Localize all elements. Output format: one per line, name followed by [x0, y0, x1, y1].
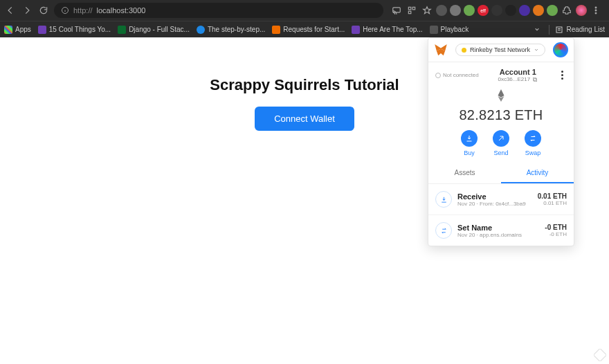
- metamask-header: Rinkeby Test Network: [428, 38, 574, 62]
- tabs: Assets Activity: [428, 163, 574, 184]
- tx-amount-secondary: -0 ETH: [545, 231, 567, 237]
- svg-rect-15: [534, 78, 537, 81]
- network-indicator-icon: [462, 48, 466, 53]
- svg-rect-5: [412, 7, 415, 10]
- swap-button[interactable]: Swap: [525, 130, 541, 156]
- tx-sub: Nov 20 · app.ens.domains: [457, 232, 539, 238]
- tx-amount: 0.01 ETH: [538, 192, 567, 200]
- ext-icon-7[interactable]: [519, 5, 530, 16]
- balance: 82.8213 ETH: [428, 103, 574, 130]
- forward-button[interactable]: [21, 4, 33, 17]
- extension-strip: eff: [388, 4, 605, 17]
- bookmark-4[interactable]: Requests for Start...: [272, 26, 345, 34]
- svg-rect-4: [408, 7, 411, 10]
- ext-icon-metamask[interactable]: [533, 5, 544, 16]
- account-avatar[interactable]: [553, 42, 568, 57]
- arrow-up-right-icon: [497, 134, 505, 143]
- tx-row-1[interactable]: Set Name Nov 20 · app.ens.domains -0 ETH…: [428, 215, 574, 246]
- tx-sub: Nov 20 · From: 0x4cf...3ba9: [457, 201, 532, 207]
- bookmark-6[interactable]: Playback: [430, 26, 469, 34]
- bookmark-3[interactable]: The step-by-step...: [197, 26, 265, 34]
- connection-status[interactable]: Not connected: [435, 72, 479, 78]
- svg-rect-6: [408, 11, 411, 14]
- kebab-menu-icon[interactable]: [590, 4, 602, 17]
- browser-toolbar: http://localhost:3000 eff: [0, 0, 609, 21]
- account-address[interactable]: 0xc36...E217: [479, 76, 557, 82]
- metamask-fox-icon: [434, 43, 448, 57]
- bookmark-2[interactable]: Django - Full Stac...: [118, 26, 190, 34]
- ext-icon-5[interactable]: [491, 5, 502, 16]
- profile-avatar[interactable]: [576, 5, 587, 16]
- account-name[interactable]: Account 1: [479, 68, 557, 76]
- tx-title: Set Name: [457, 224, 539, 232]
- bookmarks-overflow-icon[interactable]: [531, 24, 543, 36]
- browser-chrome: http://localhost:3000 eff Apps 15 Cool T…: [0, 0, 609, 37]
- bookmark-1[interactable]: 15 Cool Things Yo...: [38, 26, 111, 34]
- tx-title: Receive: [457, 192, 532, 201]
- metamask-popup: Rinkeby Test Network Not connected Accou…: [428, 37, 574, 246]
- account-row: Not connected Account 1 0xc36...E217: [428, 62, 574, 85]
- network-name: Rinkeby Test Network: [470, 46, 530, 53]
- eth-icon: [428, 89, 574, 103]
- url-text: localhost:3000: [97, 6, 146, 15]
- corner-watermark-icon: [594, 349, 606, 361]
- svg-point-9: [595, 12, 597, 14]
- reload-button[interactable]: [37, 4, 50, 17]
- bookmark-star-icon[interactable]: [421, 4, 433, 17]
- connect-wallet-button[interactable]: Connect Wallet: [255, 107, 354, 131]
- setname-icon: [435, 222, 452, 239]
- page-content: Scrappy Squirrels Tutorial Connect Walle…: [0, 37, 609, 364]
- download-icon: [465, 134, 473, 143]
- receive-icon: [435, 191, 452, 208]
- qr-icon[interactable]: [406, 4, 418, 17]
- extensions-icon[interactable]: [561, 4, 573, 17]
- apps-button[interactable]: Apps: [4, 26, 31, 34]
- reading-list-button[interactable]: Reading List: [555, 26, 605, 34]
- svg-rect-16: [533, 78, 536, 80]
- buy-button[interactable]: Buy: [461, 130, 478, 156]
- copy-icon: [532, 77, 538, 82]
- send-button[interactable]: Send: [493, 130, 509, 156]
- chevron-down-icon: [534, 47, 539, 53]
- separator: [549, 25, 549, 35]
- ext-icon-3[interactable]: [464, 5, 475, 16]
- back-button[interactable]: [4, 4, 17, 17]
- url-bar[interactable]: http://localhost:3000: [54, 3, 383, 18]
- info-icon: [61, 6, 69, 15]
- tx-row-0[interactable]: Receive Nov 20 · From: 0x4cf...3ba9 0.01…: [428, 184, 574, 215]
- ext-icon-9[interactable]: [547, 5, 558, 16]
- ext-icon-1[interactable]: [436, 5, 447, 16]
- action-row: Buy Send Swap: [428, 130, 574, 163]
- ext-icon-2[interactable]: [450, 5, 461, 16]
- url-prefix: http://: [73, 6, 93, 15]
- tab-assets[interactable]: Assets: [428, 163, 501, 183]
- svg-point-7: [595, 7, 597, 8]
- bookmark-5[interactable]: Here Are The Top...: [352, 26, 422, 34]
- swap-icon: [529, 134, 537, 143]
- svg-point-8: [595, 10, 597, 11]
- tx-amount-secondary: 0.01 ETH: [538, 200, 567, 206]
- ext-icon-6[interactable]: [505, 5, 516, 16]
- bookmarks-bar: Apps 15 Cool Things Yo... Django - Full …: [0, 21, 609, 37]
- tab-activity[interactable]: Activity: [501, 163, 574, 183]
- svg-rect-17: [594, 349, 606, 361]
- account-menu-button[interactable]: [557, 71, 567, 80]
- ext-icon-eff[interactable]: eff: [478, 5, 489, 16]
- svg-rect-3: [393, 8, 401, 12]
- tx-amount: -0 ETH: [545, 224, 567, 231]
- network-selector[interactable]: Rinkeby Test Network: [455, 44, 545, 56]
- cast-icon[interactable]: [390, 4, 403, 17]
